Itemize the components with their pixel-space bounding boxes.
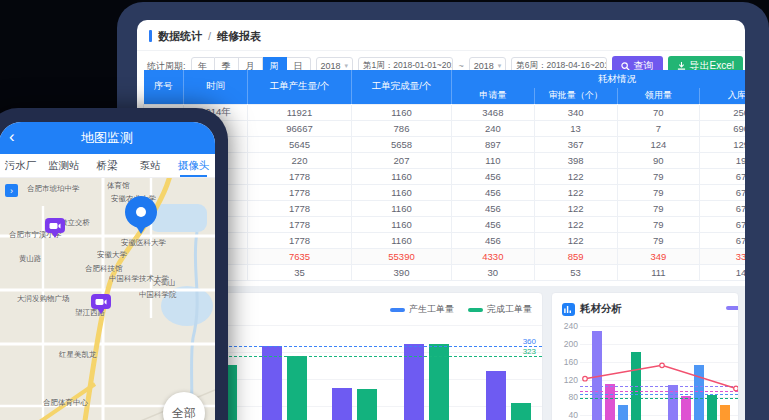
reference-line-label: 323	[523, 347, 536, 356]
table-cell: 1778	[248, 216, 352, 232]
table-cell: 1160	[352, 200, 452, 216]
breadcrumb-page: 维修报表	[217, 29, 261, 44]
table-cell: 67	[700, 232, 745, 248]
breadcrumb-section: 数据统计	[158, 29, 202, 44]
table-cell: 70	[617, 104, 700, 120]
phone-tab-监测站[interactable]: 监测站	[42, 154, 85, 177]
total-cell: 33	[700, 248, 745, 264]
table-row: 9177811604561227967	[144, 232, 746, 248]
table-cell: 79	[617, 232, 700, 248]
table-cell: 79	[617, 184, 700, 200]
camera-pin[interactable]	[45, 218, 65, 239]
table-row: 356455658897367124129	[144, 136, 746, 152]
table-cell: 129	[700, 136, 745, 152]
phone-tab-污水厂[interactable]: 污水厂	[0, 154, 42, 177]
table-cell: 1160	[352, 168, 452, 184]
table-cell: 456	[452, 216, 535, 232]
sub-column-header: 申请量	[452, 88, 535, 104]
map[interactable]: 合肥市琥珀中学体育馆安徽农业大学五里墩立交桥安徽医科大学合肥市宁溪小学安徽大学合…	[0, 178, 215, 420]
table-cell: 456	[452, 168, 535, 184]
table-cell: 897	[452, 136, 535, 152]
phone-screen: ‹ 地图监测 污水厂监测站桥梁泵站摄像头 合肥市琥珀中学体育馆安徽农	[0, 122, 215, 420]
phone-tab-摄像头[interactable]: 摄像头	[172, 154, 215, 177]
phone-tab-桥梁[interactable]: 桥梁	[85, 154, 128, 177]
table-row: 5177811604561227967	[144, 168, 746, 184]
average-cell: 35	[248, 264, 352, 280]
report-page: 数据统计 / 维修报表 统计周期: 年季月周日 2018 ▾ 第1周：2018-…	[137, 20, 745, 420]
camera-pin[interactable]	[91, 294, 111, 315]
table-cell: 250	[700, 104, 745, 120]
table-cell: 67	[700, 200, 745, 216]
map-poi-label: 合肥体育中心	[43, 398, 88, 408]
map-poi-label: 合肥市琥珀中学	[27, 184, 80, 194]
total-cell: 859	[534, 248, 617, 264]
phone-mockup: ‹ 地图监测 污水厂监测站桥梁泵站摄像头 合肥市琥珀中学体育馆安徽农	[0, 108, 228, 420]
table-cell: 240	[452, 120, 535, 136]
table-cell: 786	[352, 120, 452, 136]
average-cell: 53	[534, 264, 617, 280]
table-cell: 3468	[452, 104, 535, 120]
breadcrumb-accent-bar	[149, 30, 152, 42]
sub-column-header: 入库量	[700, 88, 745, 104]
table-cell: 67	[700, 216, 745, 232]
column-header: 序号	[144, 70, 184, 104]
workorder-chart-card: 产生工单量完成工单量 360323	[223, 292, 543, 420]
table-cell: 90	[617, 152, 700, 168]
charts-section: 产生工单量完成工单量 360323 耗材分析 2402001601208040	[137, 286, 745, 420]
table-cell: 7	[617, 120, 700, 136]
table-cell: 11921	[248, 104, 352, 120]
table-cell: 124	[617, 136, 700, 152]
table-header-row: 序号时间工单产生量/个工单完成量/个耗材情况	[144, 70, 746, 88]
table-cell: 1160	[352, 104, 452, 120]
bar-产生工单量	[486, 371, 506, 420]
table-cell: 122	[534, 184, 617, 200]
total-cell: 349	[617, 248, 700, 264]
report-table: 序号时间工单产生量/个工单完成量/个耗材情况申请量审批量（个）领用量入库量 12…	[143, 70, 745, 281]
table-cell: 220	[248, 152, 352, 168]
camera-icon	[45, 218, 65, 233]
table-cell: 67	[700, 184, 745, 200]
table-cell: 79	[617, 200, 700, 216]
table-row: 8177811604561227967	[144, 216, 746, 232]
map-poi-label: 合肥科技馆	[85, 264, 123, 274]
back-icon[interactable]: ‹	[9, 126, 15, 148]
column-header: 工单完成量/个	[352, 70, 452, 104]
phone-tabs: 污水厂监测站桥梁泵站摄像头	[0, 154, 215, 178]
table-cell: 690	[700, 120, 745, 136]
selected-location-pin[interactable]	[125, 196, 157, 236]
table-row: 42202071103989019	[144, 152, 746, 168]
reference-line	[224, 356, 542, 357]
total-row: 合计763555390433085934933	[144, 248, 746, 264]
table-cell: 456	[452, 184, 535, 200]
bar-产生工单量	[262, 346, 282, 420]
average-cell: 390	[352, 264, 452, 280]
phone-tab-泵站[interactable]: 泵站	[129, 154, 172, 177]
table-cell: 122	[534, 216, 617, 232]
table-row: 7177811604561227967	[144, 200, 746, 216]
chevron-down-icon: ▾	[345, 62, 349, 70]
bar-完成工单量	[511, 403, 531, 420]
total-cell: 4330	[452, 248, 535, 264]
map-expand-button[interactable]: ›	[5, 184, 18, 197]
table-cell: 398	[534, 152, 617, 168]
map-poi-label: 中国科学院	[139, 290, 177, 300]
table-cell: 456	[452, 232, 535, 248]
consumable-chart-card: 耗材分析 2402001601208040	[551, 292, 739, 420]
camera-icon	[91, 294, 111, 309]
sub-column-header: 领用量	[617, 88, 700, 104]
column-header: 工单产生量/个	[248, 70, 352, 104]
table-cell: 1778	[248, 184, 352, 200]
trend-line	[552, 293, 739, 420]
table-cell: 367	[534, 136, 617, 152]
phone-header: ‹ 地图监测	[0, 122, 215, 154]
breadcrumb: 数据统计 / 维修报表	[149, 28, 261, 44]
chevron-down-icon: ▾	[498, 62, 502, 70]
table-row: 296667786240137690	[144, 120, 746, 136]
total-cell: 7635	[248, 248, 352, 264]
table-cell: 1778	[248, 168, 352, 184]
bar-完成工单量	[357, 389, 377, 420]
table-cell: 340	[534, 104, 617, 120]
map-poi-label: 大润发购物广场	[17, 294, 70, 304]
table-cell: 122	[534, 232, 617, 248]
total-cell: 55390	[352, 248, 452, 264]
